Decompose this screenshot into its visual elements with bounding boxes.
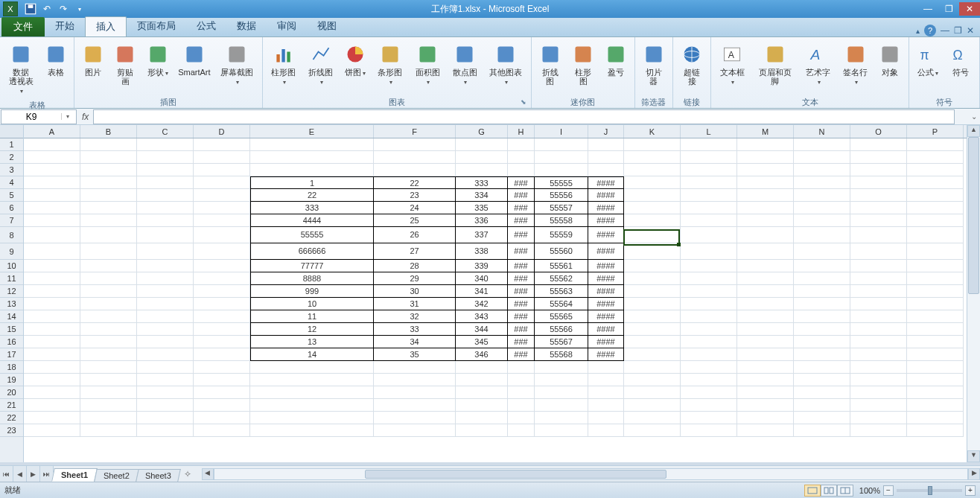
- cell-E13[interactable]: 10: [250, 298, 374, 310]
- cell-J1[interactable]: [588, 138, 624, 151]
- cell-H2[interactable]: [508, 151, 535, 164]
- row-header-3[interactable]: 3: [0, 164, 23, 176]
- cell-G10[interactable]: 339: [456, 260, 508, 272]
- page-break-view-icon[interactable]: [837, 485, 853, 497]
- cell-O6[interactable]: [850, 202, 907, 214]
- cell-E3[interactable]: [250, 164, 374, 176]
- cell-N15[interactable]: [794, 323, 850, 336]
- dialog-launcher-icon[interactable]: ⬊: [521, 98, 526, 106]
- cell-K14[interactable]: [624, 310, 681, 323]
- ribbon-button-object[interactable]: 对象: [875, 40, 906, 79]
- cell-L6[interactable]: [681, 202, 737, 214]
- column-header-L[interactable]: L: [681, 125, 737, 138]
- cell-B2[interactable]: [80, 151, 137, 164]
- cell-L22[interactable]: [681, 412, 737, 424]
- cell-J17[interactable]: ####: [588, 348, 624, 361]
- cell-C17[interactable]: [137, 348, 194, 361]
- zoom-level[interactable]: 100%: [859, 486, 880, 495]
- cell-H4[interactable]: ###: [508, 176, 535, 189]
- cell-O23[interactable]: [850, 424, 907, 437]
- ribbon-button-hyperlink[interactable]: 超链接: [676, 40, 707, 88]
- cell-F22[interactable]: [374, 412, 456, 424]
- cell-C7[interactable]: [137, 214, 194, 227]
- cell-O16[interactable]: [850, 336, 907, 348]
- cell-D12[interactable]: [194, 285, 250, 298]
- workbook-restore-icon[interactable]: ❐: [954, 25, 962, 36]
- cell-P21[interactable]: [907, 399, 964, 412]
- cell-M7[interactable]: [737, 214, 794, 227]
- cell-A23[interactable]: [24, 424, 80, 437]
- cell-N23[interactable]: [794, 424, 850, 437]
- cell-C8[interactable]: [137, 227, 194, 243]
- cell-O14[interactable]: [850, 310, 907, 323]
- cell-O21[interactable]: [850, 399, 907, 412]
- column-header-M[interactable]: M: [737, 125, 794, 138]
- ribbon-button-sparkline-column[interactable]: 柱形图: [567, 40, 599, 88]
- cell-K16[interactable]: [624, 336, 681, 348]
- cell-G11[interactable]: 340: [456, 272, 508, 285]
- cell-D14[interactable]: [194, 310, 250, 323]
- cell-G18[interactable]: [456, 361, 508, 374]
- cell-P18[interactable]: [907, 361, 964, 374]
- cell-N21[interactable]: [794, 399, 850, 412]
- row-header-5[interactable]: 5: [0, 189, 23, 202]
- cell-N8[interactable]: [794, 227, 850, 243]
- cell-D3[interactable]: [194, 164, 250, 176]
- horizontal-scrollbar[interactable]: ◀ ▶: [202, 466, 980, 482]
- cell-I23[interactable]: [535, 424, 588, 437]
- cell-N17[interactable]: [794, 348, 850, 361]
- cell-D2[interactable]: [194, 151, 250, 164]
- cell-K17[interactable]: [624, 348, 681, 361]
- ribbon-tab-0[interactable]: 开始: [45, 16, 85, 36]
- name-box-input[interactable]: [1, 112, 61, 122]
- row-header-20[interactable]: 20: [0, 386, 23, 399]
- excel-app-icon[interactable]: X: [3, 1, 18, 16]
- cell-P19[interactable]: [907, 374, 964, 386]
- cell-C3[interactable]: [137, 164, 194, 176]
- cell-K7[interactable]: [624, 214, 681, 227]
- cell-D1[interactable]: [194, 138, 250, 151]
- cell-M19[interactable]: [737, 374, 794, 386]
- cell-M2[interactable]: [737, 151, 794, 164]
- column-header-P[interactable]: P: [907, 125, 964, 138]
- ribbon-tab-2[interactable]: 页面布局: [127, 16, 186, 36]
- ribbon-button-bar-chart[interactable]: 条形图: [372, 40, 408, 89]
- ribbon-button-shapes[interactable]: 形状: [143, 40, 174, 80]
- cell-K2[interactable]: [624, 151, 681, 164]
- cell-B5[interactable]: [80, 189, 137, 202]
- cell-J13[interactable]: ####: [588, 298, 624, 310]
- sheet-tab-Sheet1[interactable]: Sheet1: [51, 468, 98, 482]
- cell-P4[interactable]: [907, 176, 964, 189]
- formula-input[interactable]: [94, 110, 954, 124]
- cell-A12[interactable]: [24, 285, 80, 298]
- cell-I14[interactable]: 55565: [535, 310, 588, 323]
- cell-M16[interactable]: [737, 336, 794, 348]
- cell-M22[interactable]: [737, 412, 794, 424]
- cell-P7[interactable]: [907, 214, 964, 227]
- cell-K19[interactable]: [624, 374, 681, 386]
- cell-J20[interactable]: [588, 386, 624, 399]
- cell-M15[interactable]: [737, 323, 794, 336]
- cell-M1[interactable]: [737, 138, 794, 151]
- cell-D21[interactable]: [194, 399, 250, 412]
- cell-A20[interactable]: [24, 386, 80, 399]
- cell-I11[interactable]: 55562: [535, 272, 588, 285]
- zoom-slider[interactable]: [897, 489, 962, 492]
- cell-M21[interactable]: [737, 399, 794, 412]
- cell-C2[interactable]: [137, 151, 194, 164]
- cell-H21[interactable]: [508, 399, 535, 412]
- cell-E20[interactable]: [250, 386, 374, 399]
- normal-view-icon[interactable]: [804, 485, 821, 497]
- cell-M14[interactable]: [737, 310, 794, 323]
- cell-C5[interactable]: [137, 189, 194, 202]
- cell-C16[interactable]: [137, 336, 194, 348]
- cell-E2[interactable]: [250, 151, 374, 164]
- cell-O3[interactable]: [850, 164, 907, 176]
- cell-L12[interactable]: [681, 285, 737, 298]
- hscroll-thumb[interactable]: [365, 470, 666, 479]
- scroll-down-icon[interactable]: ▼: [967, 450, 980, 462]
- cell-P1[interactable]: [907, 138, 964, 151]
- cell-I20[interactable]: [535, 386, 588, 399]
- cell-P13[interactable]: [907, 298, 964, 310]
- cell-N1[interactable]: [794, 138, 850, 151]
